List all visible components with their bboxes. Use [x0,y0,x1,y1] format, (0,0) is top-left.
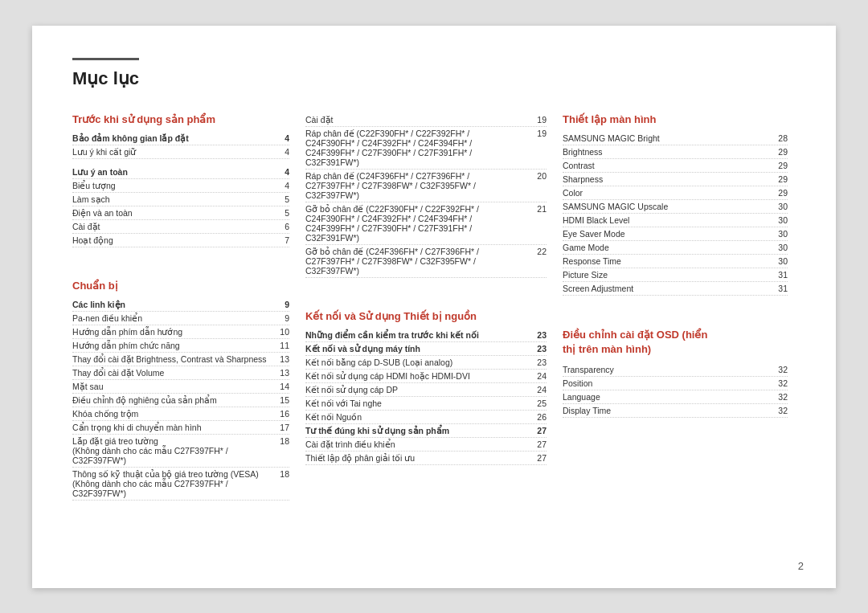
section-title-before-use: Trước khi sử dụng sản phẩm [72,113,289,125]
toc-page: 5 [285,208,289,218]
toc-item: Pa-nen điều khiển 9 [72,312,289,325]
section-title-chuan-bi: Chuẩn bị [72,280,289,292]
toc-label: Game Mode [563,243,609,252]
toc-label: Cài đặt [72,222,100,231]
toc-page: 26 [537,412,547,422]
toc-item: Ráp chân đế (C24F396FH* / C27F396FH* /C2… [305,170,547,202]
toc-item: Kết nối Nguồn 26 [305,411,547,424]
toc-label: Hoạt động [72,235,113,245]
toc-item: Ráp chân đế (C22F390FH* / C22F392FH* /C2… [305,127,547,170]
toc-page: 25 [537,398,547,408]
toc-item: Position 32 [563,377,788,390]
toc-label: HDMI Black Level [563,215,629,225]
section-display-setup: Thiết lập màn hình SAMSUNG MAGIC Bright … [563,113,788,296]
toc-page: 30 [778,215,788,225]
toc-item: SAMSUNG MAGIC Upscale 30 [563,200,788,214]
toc-label: Picture Size [563,270,608,280]
toc-page: 17 [280,423,289,432]
toc-page: 23 [537,330,547,340]
toc-item: Thay đổi cài đặt Brightness, Contrast và… [72,353,289,366]
toc-page: 16 [280,409,289,419]
toc-label: Các linh kiện [72,300,125,309]
toc-item: Gỡ bỏ chân đế (C22F390FH* / C22F392FH* /… [305,202,547,245]
toc-page: 9 [285,300,289,309]
toc-item: Hướng dẫn phím dẫn hướng 10 [72,325,289,339]
toc-label: Kết nối và sử dụng máy tính [305,344,420,353]
toc-page: 32 [778,365,788,374]
toc-item: Khóa chống trộm 16 [72,407,289,421]
toc-page: 6 [285,222,289,231]
toc-label: Transparency [563,365,614,374]
toc-item: Color 29 [563,186,788,200]
page-title: Mục lục [72,58,139,89]
toc-page: 29 [778,161,788,170]
toc-item: Biểu tượng 4 [72,179,289,193]
toc-item: Eye Saver Mode 30 [563,227,788,241]
toc-label: Bảo đảm không gian lắp đặt [72,133,189,143]
section-connect: Kết nối và Sử dụng Thiết bị nguồn Những … [305,310,547,465]
toc-label: Ráp chân đế (C24F396FH* / C27F396FH* /C2… [305,171,530,200]
section-title-connect: Kết nối và Sử dụng Thiết bị nguồn [305,310,547,322]
toc-item: Sharpness 29 [563,173,788,186]
page-number: 2 [798,560,804,572]
toc-label: Điều chỉnh độ nghiêng của sản phẩm [72,395,217,405]
toc-page: 28 [778,133,788,143]
toc-item: Cài đặt 19 [305,113,547,127]
toc-page: 19 [537,129,547,138]
toc-page: 4 [285,181,289,190]
toc-item: Lưu ý an toàn 4 [72,166,289,179]
toc-page: 18 [280,469,289,479]
toc-label: Kết nối sử dụng cáp DP [305,385,398,394]
section-title-display-setup: Thiết lập màn hình [563,113,788,125]
page: Mục lục Trước khi sử dụng sản phẩm Bảo đ… [32,26,836,588]
toc-page: 22 [537,247,547,256]
toc-label: Hướng dẫn phím chức năng [72,341,180,350]
toc-item: Điện và an toàn 5 [72,206,289,220]
toc-item: Mặt sau 14 [72,380,289,394]
toc-page: 27 [537,453,547,463]
toc-label: Cẩn trọng khi di chuyển màn hình [72,423,202,432]
toc-item: Kết nối bằng cáp D-SUB (Loại analog) 23 [305,356,547,370]
toc-item: Cài đặt 6 [72,220,289,234]
toc-label: Mặt sau [72,382,104,391]
toc-label: Thay đổi cài đặt Volume [72,368,164,378]
toc-item: Kết nối sử dụng cáp DP 24 [305,383,547,397]
toc-page: 24 [537,385,547,394]
toc-item: Hướng dẫn phím chức năng 11 [72,339,289,353]
toc-page: 13 [280,354,289,364]
toc-page: 20 [537,171,547,181]
toc-label: Gỡ bỏ chân đế (C22F390FH* / C22F392FH* /… [305,204,530,243]
toc-item: Thiết lập độ phân giải tối ưu 27 [305,452,547,465]
toc-item: Contrast 29 [563,159,788,173]
toc-list-osd: Transparency 32 Position 32 Language 32 … [563,363,788,418]
toc-label: Color [563,188,583,198]
toc-page: 9 [285,313,289,323]
toc-page: 4 [285,167,289,177]
toc-item: Các linh kiện 9 [72,298,289,312]
toc-item: Bảo đảm không gian lắp đặt 4 [72,132,289,145]
toc-page: 27 [537,439,547,449]
toc-label: Screen Adjustment [563,284,633,293]
toc-page: 30 [778,229,788,239]
toc-label: SAMSUNG MAGIC Upscale [563,202,668,211]
toc-page: 31 [778,284,788,293]
columns-container: Trước khi sử dụng sản phẩm Bảo đảm không… [72,113,796,517]
toc-item: Language 32 [563,390,788,404]
toc-label: Brightness [563,147,603,157]
toc-page: 5 [285,194,289,204]
section-install: Cài đặt 19 Ráp chân đế (C22F390FH* / C22… [305,113,547,278]
toc-page: 29 [778,147,788,157]
col-middle: Cài đặt 19 Ráp chân đế (C22F390FH* / C22… [305,113,547,517]
toc-page: 32 [778,406,788,415]
toc-list-install: Cài đặt 19 Ráp chân đế (C22F390FH* / C22… [305,113,547,278]
toc-page: 24 [537,371,547,381]
toc-item: Làm sạch 5 [72,193,289,206]
toc-page: 30 [778,243,788,252]
toc-label: Lắp đặt giá treo tường(Không dành cho cá… [72,436,273,465]
toc-label: Tư thế đúng khi sử dụng sản phẩm [305,426,449,435]
toc-label: Display Time [563,406,611,415]
toc-label: Làm sạch [72,194,110,204]
toc-label: Eye Saver Mode [563,229,625,239]
toc-item: Response Time 30 [563,255,788,268]
toc-page: 15 [280,395,289,405]
